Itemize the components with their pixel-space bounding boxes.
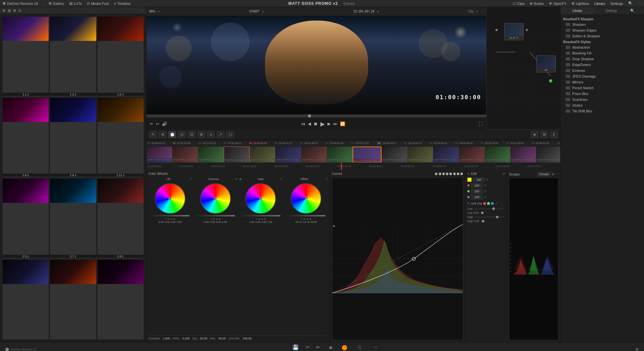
timeline-clip-1[interactable]: Apple ProRes 422 HQ <box>147 147 172 162</box>
preview-scrubber[interactable] <box>147 114 486 118</box>
tool-btn-2[interactable]: ⊕ <box>159 131 166 138</box>
offset-color-wheel[interactable] <box>291 183 321 214</box>
nav-lightbox[interactable]: ⊞ Lightbox <box>572 1 589 5</box>
tool-btn-5[interactable]: ⊡ <box>188 131 195 138</box>
bottom-settings-icon[interactable]: ⚙ <box>635 347 639 351</box>
timeline-clip-5[interactable]: Apple ProRes 422 HQ <box>250 147 275 162</box>
timeline-clip-11[interactable]: Apple ProRes 422 HQ <box>433 147 459 162</box>
tool-audio-icon[interactable]: 🔊 <box>162 121 167 126</box>
media-clip-7[interactable]: 2.5.1 <box>3 179 49 259</box>
nav-nodes[interactable]: ◈ Nodes <box>530 1 544 5</box>
media-clip-6[interactable]: 1.11.1 <box>98 98 144 178</box>
fx-prism-blur[interactable]: Prism Blur <box>561 91 644 97</box>
library-tab[interactable]: Library <box>561 7 595 14</box>
tool-btn-6[interactable]: ⊞ <box>197 131 205 138</box>
media-clip-2[interactable]: 1.2.1 <box>50 17 96 97</box>
tool-pencil-icon[interactable]: ✏ <box>150 121 153 126</box>
media-clip-9[interactable]: 2.8.1 <box>98 179 144 259</box>
tool-btn-1[interactable]: ✎ <box>149 131 157 138</box>
nav-settings[interactable]: Settings <box>610 2 623 5</box>
nav-deliver[interactable]: → Deliver <box>370 344 380 351</box>
nav-gallery[interactable]: ⊞ Gallery <box>49 1 64 5</box>
nav-cut[interactable]: ✂ Cut <box>305 344 310 351</box>
tool-btn-3[interactable]: ⬤ <box>168 131 176 138</box>
fx-soften-sharpen[interactable]: Soften & Sharpen <box>561 33 644 39</box>
nav-library[interactable]: Library <box>594 2 605 5</box>
prev-frame-icon[interactable]: ◀ <box>308 121 311 126</box>
timeline-clip-15[interactable]: Apple ProRes 422 HQ <box>536 147 560 162</box>
g-value-input[interactable] <box>471 189 483 194</box>
timeline-clip-2[interactable]: Apple ProRes 422 HQ <box>172 147 198 162</box>
fx-abstraction[interactable]: Abstraction <box>561 44 644 50</box>
timeline-clip-selected[interactable]: Apple ProRes 422 HQ <box>353 147 382 162</box>
start-label[interactable]: START <box>249 10 260 13</box>
fx-blanking-fill[interactable]: Blanking Fill <box>561 50 644 56</box>
scopes-expand-icon[interactable]: ⊞ <box>552 173 554 176</box>
fx-stylize[interactable]: Stylize <box>561 102 644 108</box>
lift-slider[interactable] <box>151 215 190 216</box>
nav-color[interactable]: ⬤ Color <box>341 344 348 351</box>
media-clip-3[interactable]: 1.5.1 <box>98 17 144 97</box>
timeline-clip-13[interactable]: Apple ProRes 422 HQ <box>485 147 510 162</box>
scopes-options-icon[interactable]: ⋯ <box>555 173 558 176</box>
timeline-clip-10[interactable]: Apple ProRes 422 HQ <box>407 147 433 162</box>
next-frame-icon[interactable]: ▶ <box>327 121 331 126</box>
gain-color-wheel[interactable] <box>245 183 276 214</box>
nav-clips[interactable]: ◻ Clips <box>513 1 525 5</box>
search-tab-btn[interactable]: 🔍 <box>629 7 636 14</box>
fx-emboss[interactable]: Emboss <box>561 68 644 73</box>
tool-btn-right-1[interactable]: ◈ <box>531 131 538 138</box>
node-02[interactable]: 02 <box>536 55 556 72</box>
options-tab-btn[interactable]: ⋯ <box>636 7 644 14</box>
y-value-input[interactable] <box>473 177 485 182</box>
node-01[interactable]: 01 ⊡ ✎ <box>504 23 524 40</box>
media-clip-1[interactable]: 1.1.1 <box>3 17 49 97</box>
gamma-color-wheel[interactable] <box>200 183 231 214</box>
nav-media[interactable]: 💾 Media <box>291 344 300 351</box>
tool-btn-7[interactable]: ≡ <box>207 131 215 138</box>
fx-jpeg-damage[interactable]: JPEG Damage <box>561 73 644 79</box>
nav-timeline[interactable]: ≡ Timeline <box>114 2 131 5</box>
timeline-clip-4[interactable]: Apple ProRes 422 HQ <box>224 147 250 162</box>
nav-fairlight[interactable]: ♫ Fairlight <box>354 344 365 351</box>
search-icon-btn[interactable]: 🔍 <box>628 1 633 5</box>
options-btn[interactable]: ⋯ <box>638 1 641 5</box>
curves-graph[interactable] <box>332 177 463 340</box>
media-clip-4[interactable]: 1.8.1 <box>3 98 49 178</box>
zoom-level[interactable]: 88% <box>149 10 156 13</box>
media-clip-8[interactable]: 2.7.1 <box>50 179 96 259</box>
media-clip-11[interactable] <box>50 260 96 340</box>
timeline-clip-3[interactable]: Apple ProRes 422 HQ <box>198 147 224 162</box>
nav-media-pool[interactable]: ⊡ Media Pool <box>87 1 109 5</box>
media-clip-5[interactable]: 1.9.1 <box>50 98 96 178</box>
skip-end-icon[interactable]: ⏭ <box>333 121 337 126</box>
tool-btn-right-3[interactable]: ℹ <box>550 131 558 138</box>
loop-icon[interactable]: 🔁 <box>340 121 345 126</box>
tool-btn-9[interactable]: ◻ <box>226 131 234 138</box>
timeline-clip-9[interactable]: Apple ProRes 422 HQ <box>382 147 407 162</box>
fx-pencil-sketch[interactable]: Pencil Sketch <box>561 85 644 91</box>
r-value-input[interactable] <box>471 183 483 188</box>
settings-tab[interactable]: Settings <box>595 7 629 14</box>
tool-undo-icon[interactable]: ↩ <box>156 121 159 126</box>
skip-start-icon[interactable]: ⏮ <box>301 121 305 126</box>
fx-edge-detect[interactable]: EdgeDetect <box>561 62 644 68</box>
nav-luts[interactable]: ▤ LUTs <box>69 1 82 5</box>
timeline-clip-7[interactable]: Apple ProRes 422 HQ <box>301 147 327 162</box>
fx-sharpen-edges[interactable]: Sharpen Edges <box>561 27 644 33</box>
clip-mode[interactable]: Clip <box>468 10 474 13</box>
nav-edit[interactable]: ✏ Edit <box>315 344 321 351</box>
tool-btn-4[interactable]: ◎ <box>178 131 186 138</box>
fx-mirrors[interactable]: Mirrors <box>561 79 644 85</box>
stop-icon[interactable]: ⏹ <box>314 121 318 126</box>
timeline-clip-6[interactable]: Apple ProRes 422 HQ <box>275 147 301 162</box>
nav-openfx[interactable]: ⊕ OpenFX <box>549 1 566 5</box>
lift-color-wheel[interactable] <box>155 183 185 214</box>
tool-btn-right-2[interactable]: ⊞ <box>540 131 548 138</box>
b-value-input[interactable] <box>471 195 483 199</box>
play-icon[interactable]: ▶ <box>320 120 325 128</box>
fullscreen-icon[interactable]: ⛶ <box>479 121 483 126</box>
fx-sharpen[interactable]: Sharpen <box>561 22 644 27</box>
gain-slider[interactable] <box>241 215 280 216</box>
tool-btn-8[interactable]: ↗ <box>217 131 224 138</box>
